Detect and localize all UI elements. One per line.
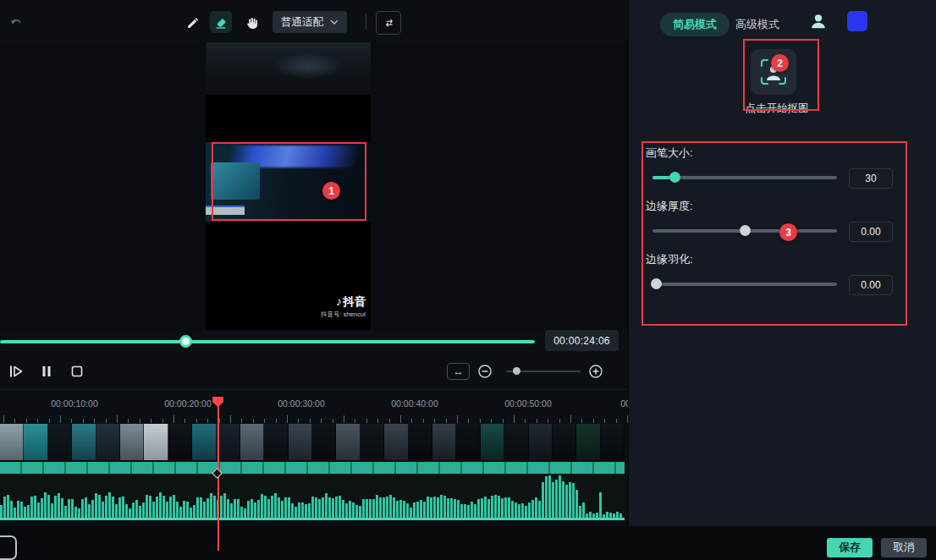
waveform-bar bbox=[474, 504, 476, 518]
waveform-bar bbox=[288, 497, 290, 518]
ruler-label: 00:00:40:00 bbox=[391, 398, 438, 409]
ruler-tick bbox=[128, 419, 129, 423]
start-keying-label: 点击开始抠图 bbox=[650, 102, 904, 116]
waveform-bar bbox=[538, 501, 541, 518]
ruler-tick bbox=[60, 415, 61, 423]
waveform-bar bbox=[542, 482, 544, 518]
waveform-bar bbox=[515, 502, 517, 518]
fit-mode-label: 普通适配 bbox=[281, 15, 323, 30]
music-note-icon: ♪ bbox=[336, 294, 342, 308]
play-from-start-button[interactable] bbox=[7, 362, 25, 381]
waveform-bar bbox=[559, 475, 561, 518]
waveform-bar bbox=[220, 496, 223, 518]
edge-thickness-value[interactable]: 0.00 bbox=[849, 222, 893, 242]
pause-button[interactable] bbox=[37, 362, 56, 381]
ruler-tick bbox=[196, 419, 197, 423]
cancel-button[interactable]: 取消 bbox=[881, 538, 927, 557]
waveform-bar bbox=[95, 493, 97, 518]
waveform-bar bbox=[318, 499, 321, 519]
waveform-bar bbox=[112, 497, 114, 518]
waveform-bar bbox=[427, 497, 429, 518]
edge-feather-value[interactable]: 0.00 bbox=[849, 275, 893, 295]
video-canvas[interactable]: ♪抖音 抖音号: shencut bbox=[206, 42, 371, 330]
waveform-bar bbox=[481, 498, 483, 518]
waveform-bar bbox=[301, 502, 304, 519]
ruler-tick bbox=[71, 419, 72, 423]
waveform-bar bbox=[609, 513, 612, 518]
waveform-bar bbox=[315, 497, 317, 518]
waveform-bar bbox=[406, 503, 409, 518]
hand-icon[interactable] bbox=[240, 11, 262, 33]
ruler-tick bbox=[117, 415, 118, 423]
edge-thickness-handle[interactable] bbox=[740, 225, 751, 236]
waveform-bar bbox=[179, 507, 182, 518]
waveform-bar bbox=[531, 500, 534, 518]
pen-icon[interactable] bbox=[181, 11, 203, 33]
waveform-bar bbox=[433, 497, 436, 518]
brush-size-handle[interactable] bbox=[669, 172, 680, 183]
brush-size-group: 画笔大小: 30 bbox=[629, 144, 936, 196]
brush-size-slider[interactable] bbox=[652, 176, 837, 179]
waveform-bar bbox=[7, 495, 9, 519]
waveform-bar bbox=[403, 501, 405, 518]
waveform-bar bbox=[196, 497, 199, 518]
ruler-tick bbox=[173, 415, 174, 423]
edge-feather-handle[interactable] bbox=[651, 278, 662, 289]
eraser-icon[interactable] bbox=[210, 11, 232, 33]
clip-thumbnail bbox=[168, 424, 192, 460]
clip-thumbnail bbox=[504, 424, 528, 460]
stop-button[interactable] bbox=[68, 362, 86, 381]
timeline-ruler[interactable]: 00:00:10:0000:00:20:0000:00:30:0000:00:4… bbox=[0, 397, 628, 424]
waveform-bar bbox=[105, 496, 107, 518]
timeline-zoom-handle[interactable] bbox=[513, 367, 520, 375]
corner-app-icon[interactable] bbox=[0, 535, 17, 560]
waveform-bar bbox=[200, 497, 202, 518]
waveform-bar bbox=[528, 502, 531, 518]
waveform-bar bbox=[244, 508, 246, 518]
edge-thickness-slider[interactable] bbox=[652, 229, 837, 233]
brush-size-value[interactable]: 30 bbox=[849, 168, 893, 189]
waveform-bar bbox=[74, 507, 77, 518]
ruler-tick bbox=[548, 419, 548, 423]
loop-button[interactable] bbox=[376, 11, 401, 35]
zoom-out-button[interactable] bbox=[476, 362, 494, 381]
edge-feather-slider[interactable] bbox=[652, 283, 837, 286]
playback-progress-handle[interactable] bbox=[179, 335, 192, 348]
fit-timeline-button[interactable]: ↔ bbox=[447, 363, 470, 380]
fit-mode-select[interactable]: 普通适配 bbox=[273, 11, 347, 33]
waveform-bar bbox=[122, 497, 124, 518]
edge-feather-group: 边缘羽化: 0.00 bbox=[629, 250, 936, 303]
video-track-clip[interactable] bbox=[0, 424, 625, 460]
clip-thumbnail bbox=[601, 424, 625, 460]
waveform-bar bbox=[125, 504, 128, 518]
waveform-bar bbox=[247, 501, 250, 519]
waveform-bar bbox=[443, 496, 446, 518]
waveform-bar bbox=[257, 500, 260, 518]
undo-icon[interactable] bbox=[5, 11, 27, 33]
user-avatar[interactable] bbox=[807, 10, 829, 32]
tab-advanced-mode[interactable]: 高级模式 bbox=[730, 17, 785, 32]
tab-simple-mode[interactable]: 简易模式 bbox=[660, 13, 730, 36]
clip-thumbnail bbox=[384, 424, 408, 460]
waveform-bar bbox=[562, 481, 564, 518]
waveform-bar bbox=[17, 501, 19, 518]
zoom-in-button[interactable] bbox=[586, 362, 605, 381]
audio-clip-body bbox=[0, 474, 625, 518]
color-swatch-blue[interactable] bbox=[847, 11, 867, 31]
clip-thumbnail bbox=[481, 424, 504, 460]
transport-controls: ↔ bbox=[0, 355, 628, 389]
clip-thumbnail bbox=[529, 424, 553, 460]
waveform-bar bbox=[467, 505, 470, 518]
waveform-bar bbox=[396, 501, 399, 519]
waveform-bar bbox=[186, 502, 189, 518]
save-button[interactable]: 保存 bbox=[827, 538, 873, 557]
waveform-bar bbox=[454, 499, 456, 518]
waveform-bar bbox=[586, 513, 588, 518]
waveform-bar bbox=[284, 497, 287, 518]
waveform-bar bbox=[210, 493, 212, 519]
playback-progress-bar[interactable] bbox=[0, 340, 535, 343]
waveform-bar bbox=[274, 493, 277, 518]
annotation-step-1: 1 bbox=[322, 182, 340, 200]
audio-track-clip[interactable] bbox=[0, 462, 625, 520]
waveform-bar bbox=[267, 499, 270, 518]
